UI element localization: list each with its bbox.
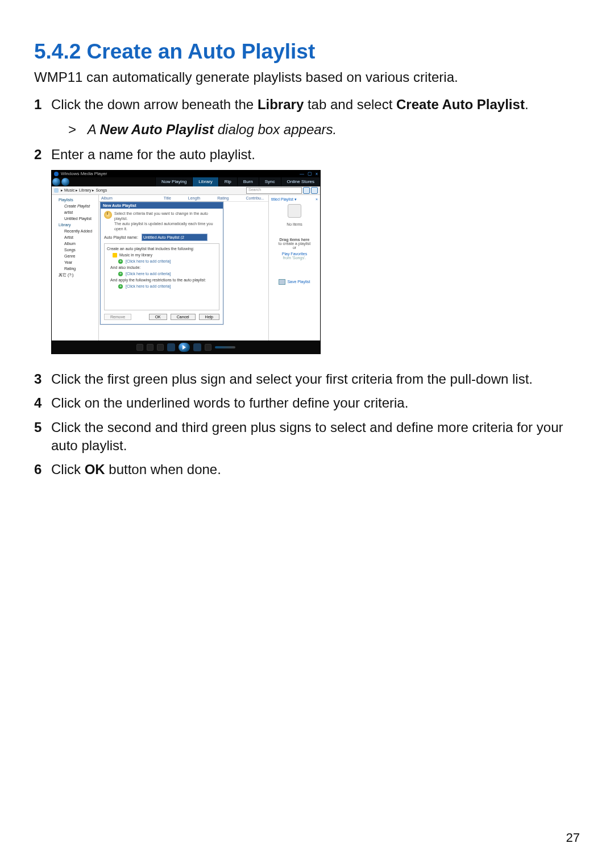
step-1-result: > A New Auto Playlist dialog box appears… xyxy=(68,122,580,138)
page-number: 27 xyxy=(566,830,580,845)
tree-recently-added[interactable]: Recently Added xyxy=(60,228,97,234)
prev-button[interactable] xyxy=(167,343,175,351)
step-1-text-b: tab and select xyxy=(304,97,396,112)
step-number: 3 xyxy=(34,370,51,388)
volume-slider[interactable] xyxy=(215,346,235,348)
music-in-library: Music in my library xyxy=(119,253,152,257)
tab-rip[interactable]: Rip xyxy=(218,177,237,186)
apply-restrictions-label: And apply the following restrictions to … xyxy=(107,277,217,283)
playlist-name-row: Auto Playlist name: xyxy=(104,234,219,241)
library-label: Library xyxy=(258,97,304,112)
play-favorites-link[interactable]: Play Favorites xyxy=(271,252,318,256)
tree-genre[interactable]: Genre xyxy=(60,253,97,259)
step-number: 4 xyxy=(34,394,51,412)
intro-text: WMP11 can automatically generate playlis… xyxy=(34,69,580,85)
create-auto-label: Create Auto Playlist xyxy=(396,97,525,112)
minimize-icon[interactable]: — xyxy=(300,171,304,176)
main-tabs: Now Playing Library Rip Burn Sync Online… xyxy=(155,177,320,186)
step-5: 5 Click the second and third green plus … xyxy=(34,418,580,455)
dialog-hint-1: Select the criteria that you want to cha… xyxy=(114,211,219,221)
criteria-box: Create an auto playlist that includes th… xyxy=(104,243,219,310)
tab-burn[interactable]: Burn xyxy=(237,177,259,186)
tree-library[interactable]: Library xyxy=(54,222,97,228)
wmp-window: Windows Media Player — ▢ x Now Playing L… xyxy=(51,170,321,354)
ok-button[interactable]: OK xyxy=(149,314,167,320)
close-pane-icon[interactable]: × xyxy=(316,197,318,201)
add-criteria-link-1[interactable]: [Click here to add criteria] xyxy=(126,259,171,263)
from-songs-label: from 'Songs'. xyxy=(271,256,318,260)
breadcrumb-bar: ▸ Music ▸ Library ▸ Songs Search xyxy=(52,186,320,195)
tab-sync[interactable]: Sync xyxy=(259,177,281,186)
repeat-button[interactable] xyxy=(147,344,154,351)
step-1: 1 Click the down arrow beneath the Libra… xyxy=(34,95,580,114)
new-auto-playlist-label: New Auto Playlist xyxy=(100,122,214,137)
step-6-b: button when done. xyxy=(105,462,221,477)
info-icon xyxy=(104,211,112,219)
section-heading: 5.4.2 Create an Auto Playlist xyxy=(34,40,580,64)
tree-item[interactable]: artist xyxy=(60,209,97,215)
tree-other[interactable]: 其它 (?:) xyxy=(54,272,97,278)
create-playlist-hint: to create a playlist xyxy=(271,242,318,246)
tree-artist[interactable]: Artist xyxy=(60,234,97,240)
add-criteria-link-3[interactable]: [Click here to add criteria] xyxy=(126,284,171,288)
app-icon xyxy=(54,172,59,176)
forward-button[interactable] xyxy=(61,178,69,186)
tree-album[interactable]: Album xyxy=(60,240,97,247)
close-icon[interactable]: x xyxy=(316,171,318,176)
next-button[interactable] xyxy=(193,343,201,351)
playlist-name-input[interactable] xyxy=(142,234,208,241)
result-b: dialog box appears. xyxy=(214,122,337,137)
window-title: Windows Media Player xyxy=(61,171,107,176)
tree-rating[interactable]: Rating xyxy=(60,265,97,272)
save-playlist-button[interactable]: Save Playlist xyxy=(279,279,310,285)
drag-items-label: Drag items here xyxy=(271,238,318,242)
step-3-text: Click the first green plus sign and sele… xyxy=(51,370,580,388)
nav-tree: Playlists Create Playlist artist Untitle… xyxy=(52,195,99,340)
window-titlebar: Windows Media Player — ▢ x xyxy=(52,171,320,177)
back-button[interactable] xyxy=(52,178,60,186)
play-button[interactable] xyxy=(179,343,190,352)
tree-create-playlist[interactable]: Create Playlist xyxy=(60,203,97,209)
tab-library[interactable]: Library xyxy=(192,177,218,186)
step-1-text-a: Click the down arrow beneath the xyxy=(51,97,258,112)
step-number: 5 xyxy=(34,418,51,455)
mute-button[interactable] xyxy=(205,344,211,351)
maximize-icon[interactable]: ▢ xyxy=(308,171,312,176)
tree-playlists[interactable]: Playlists xyxy=(54,197,97,203)
playlist-name-label: Auto Playlist name: xyxy=(104,235,138,239)
tree-songs[interactable]: Songs xyxy=(60,247,97,253)
new-auto-playlist-dialog: New Auto Playlist Select the criteria th… xyxy=(100,202,223,325)
step-2: 2 Enter a name for the auto playlist. xyxy=(34,146,580,164)
tab-online-stores[interactable]: Online Stores xyxy=(281,177,320,186)
plus-icon[interactable]: + xyxy=(118,272,123,276)
no-items-label: No items xyxy=(271,222,318,226)
plus-icon[interactable]: + xyxy=(118,259,123,264)
add-criteria-link-2[interactable]: [Click here to add criteria] xyxy=(126,272,171,276)
tree-item[interactable]: Untitled Playlist xyxy=(60,215,97,222)
save-icon xyxy=(279,279,285,285)
step-2-text: Enter a name for the auto playlist. xyxy=(51,146,580,164)
help-button[interactable]: Help xyxy=(199,314,219,320)
cancel-button[interactable]: Cancel xyxy=(171,314,196,320)
tree-year[interactable]: Year xyxy=(60,259,97,265)
plus-icon[interactable]: + xyxy=(118,284,123,289)
step-number: 6 xyxy=(34,460,51,479)
search-input[interactable]: Search xyxy=(246,187,302,194)
remove-button[interactable]: Remove xyxy=(104,314,131,320)
playlist-dropdown[interactable]: titled Playlist ▾ × xyxy=(271,197,318,202)
criteria-header: Create an auto playlist that includes th… xyxy=(107,246,217,252)
content-area: Album Title Length Rating Contribu... Ba… xyxy=(99,195,268,340)
search-options-icon[interactable] xyxy=(311,187,318,194)
dialog-title: New Auto Playlist xyxy=(101,202,223,209)
search-icon[interactable] xyxy=(303,187,310,194)
nav-bar: Now Playing Library Rip Burn Sync Online… xyxy=(52,177,320,186)
stop-button[interactable] xyxy=(157,344,164,351)
also-include-label: And also include: xyxy=(107,264,217,271)
tab-now-playing[interactable]: Now Playing xyxy=(155,177,192,186)
step-number: 1 xyxy=(34,95,51,114)
step-1-text-c: . xyxy=(525,97,529,112)
dialog-hint-2: The auto playlist is updated automatical… xyxy=(114,221,219,231)
breadcrumb-path[interactable]: ▸ Music ▸ Library ▸ Songs xyxy=(61,188,107,193)
or-label: or xyxy=(271,246,318,250)
shuffle-button[interactable] xyxy=(136,344,143,351)
